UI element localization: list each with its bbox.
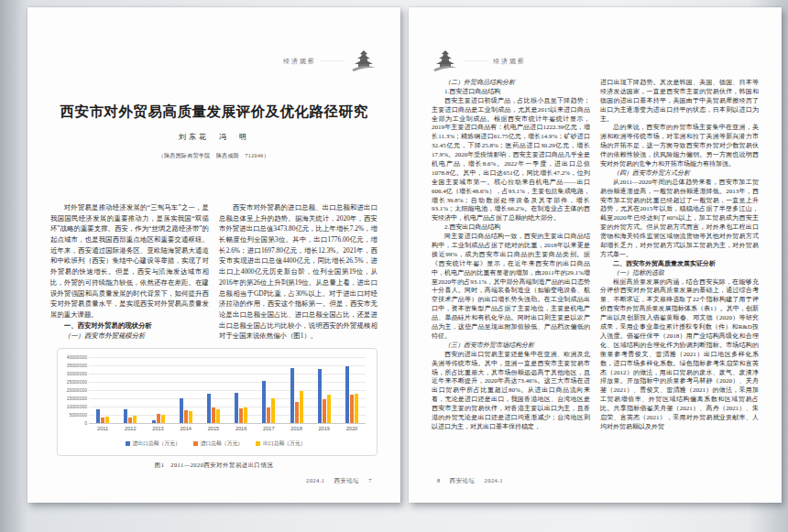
- bar: [101, 418, 104, 424]
- bar: [133, 416, 137, 423]
- bar: [216, 409, 220, 423]
- x-axis-tick-label: 2013: [144, 426, 171, 431]
- legend-item: 出口总额（万元）: [256, 440, 305, 448]
- x-axis-tick-label: 2015: [200, 426, 227, 431]
- bar-group-2019: [311, 357, 338, 423]
- bar-group-2020: [338, 357, 366, 423]
- section-heading: 二、西安市外贸高质量发展实证分析: [600, 260, 759, 269]
- subsection-heading: （一）西安市外贸规模分析: [50, 331, 209, 342]
- page-header: 经济观察 ·········: [283, 49, 378, 73]
- paragraph: 西安市对外贸易的进口总额、出口总额和进出口总额总体呈上升的趋势。据海关统计，20…: [219, 202, 378, 342]
- y-axis-tick-label: 0: [84, 420, 87, 426]
- bar: [105, 417, 109, 423]
- figure-caption: 图1 2011—2020西安对外贸易进出口情况: [50, 461, 378, 470]
- bar: [184, 410, 188, 423]
- bar: [267, 407, 270, 424]
- paragraph: 进口出现下降趋势。其次是韩国、美国、德国、日本等经济发达国家，一直是西安市主要的…: [600, 79, 759, 124]
- footer-page-number: 8: [437, 477, 441, 483]
- bar-group-2017: [255, 357, 282, 423]
- legend-label: 出口总额（万元）: [263, 440, 305, 448]
- y-axis-tick-label: 25000000: [67, 379, 87, 385]
- footer-page-number: 7: [368, 477, 372, 483]
- y-axis-tick-label: 35000000: [67, 363, 87, 368]
- right-page-column-2: 进口出现下降趋势。其次是韩国、美国、德国、日本等经济发达国家，一直是西安市主要的…: [600, 79, 759, 472]
- bar-group-2011: [89, 357, 116, 423]
- y-axis-tick-label: 30000000: [67, 371, 87, 376]
- bar: [207, 394, 211, 423]
- footer-issue: 2024.1: [484, 477, 503, 483]
- chart-x-axis: 2011201220132014201520162017201820192020: [89, 426, 366, 431]
- journal-logo-icon: [350, 49, 378, 73]
- left-page-column-1: 对外贸易是推动经济发展的“三驾马车”之一，是我国国民经济发展的重要推动力，是落实…: [50, 202, 209, 349]
- subsection-heading: （二）外贸商品结构分析: [432, 79, 590, 88]
- paper-page-right: ········· 经济观察 （二）外贸商品结构分析 1.西安进口商品结构 西安…: [409, 7, 782, 503]
- bar: [355, 394, 358, 423]
- bar-group-2014: [172, 357, 200, 423]
- bar: [262, 381, 266, 423]
- bar: [124, 409, 127, 423]
- subsection-heading: （一）指标的选取: [600, 269, 759, 278]
- x-axis-tick-label: 2014: [172, 426, 200, 431]
- legend-swatch: [256, 441, 260, 446]
- x-axis-tick-label: 2018: [282, 426, 310, 431]
- bar: [157, 414, 160, 423]
- y-axis-tick-label: 5000000: [70, 412, 87, 418]
- bar: [235, 393, 238, 423]
- bar: [212, 407, 215, 423]
- chart-legend: 进出口总额（万元）进口总额（万元）出口总额（万元）: [61, 440, 369, 448]
- chart-gridline: 0: [89, 423, 366, 424]
- bar: [152, 420, 156, 423]
- section-heading: 一、西安对外贸易的现状分析: [50, 320, 209, 331]
- paper-affiliation: （陕西国际商贸学院 陕西咸阳 712046）: [50, 152, 378, 160]
- figure-1-box: 4000000035000000300000002500000020000000…: [57, 348, 378, 456]
- section-label: 经济观察: [283, 57, 316, 66]
- legend-label: 进出口总额（万元）: [133, 440, 181, 448]
- y-axis-tick-label: 10000000: [67, 404, 87, 409]
- paragraph: 从2011—2020年间的总体趋势来看，西安市加工贸易份额逐渐提高，一般贸易份额…: [600, 179, 759, 260]
- bar: [244, 407, 247, 423]
- section-label: 经济观察: [493, 57, 526, 66]
- paper-title: 西安市对外贸易高质量发展评价及优化路径研究: [50, 103, 378, 122]
- paragraph: 西安的进出口贸易主要还是集中在亚洲、欧洲及北美洲等传统市场。其中，亚洲一直是西安…: [432, 351, 590, 432]
- bar-group-2016: [227, 357, 255, 423]
- x-axis-tick-label: 2017: [255, 426, 282, 431]
- bar: [128, 418, 132, 423]
- paragraph: 根据高质量发展的内涵，结合西安实际，在能够充分评价西安对外贸易高质量发展的基础上…: [600, 278, 759, 432]
- bar: [189, 411, 192, 423]
- bar: [180, 398, 183, 423]
- subsection-heading: （四）西安市外贸方式分析: [600, 169, 759, 179]
- journal-logo-icon: [432, 49, 459, 73]
- paper-page-left: 经济观察 ········· 西安市对外贸易高质量发展评价及优化路径研究 刘东花…: [27, 7, 400, 503]
- subsection-heading: （三）西安市外贸市场结构分析: [432, 342, 590, 351]
- chart-bar-groups: [89, 357, 366, 423]
- x-axis-tick-label: 2012: [116, 426, 144, 431]
- y-axis-tick-label: 20000000: [67, 387, 87, 393]
- bar: [300, 391, 303, 423]
- bar-chart: 4000000035000000300000002500000020000000…: [61, 355, 369, 452]
- page-header: ········· 经济观察: [432, 49, 526, 73]
- chart-plot: 4000000035000000300000002500000020000000…: [89, 357, 366, 423]
- right-page-body: （二）外贸商品结构分析 1.西安进口商品结构 西安主要进口初级产品，占比很小且呈…: [432, 79, 759, 472]
- left-page-body: 对外贸易是推动经济发展的“三驾马车”之一，是我国国民经济发展的重要推动力，是落实…: [50, 202, 378, 349]
- legend-item: 进出口总额（万元）: [126, 440, 181, 448]
- footer-issue: 2024.1: [306, 477, 325, 483]
- footer-journal-name: 西安论坛: [450, 477, 476, 483]
- footer-journal-name: 西安论坛: [334, 477, 360, 483]
- numbered-heading: 2.西安出口商品结构: [432, 223, 590, 233]
- bar: [271, 398, 275, 424]
- paragraph: 对外贸易是推动经济发展的“三驾马车”之一，是我国国民经济发展的重要推动力，是落实…: [50, 202, 209, 320]
- right-page-footer: 8 西安论坛 2024.1: [433, 477, 507, 485]
- bar: [96, 409, 100, 423]
- x-axis-tick-label: 2016: [227, 426, 255, 431]
- bar-group-2015: [200, 357, 227, 423]
- paragraph: 总的来说，西安市的外贸市场主要集中在亚洲，美洲和欧洲等传统市场，对非洲和拉丁美洲…: [600, 124, 759, 168]
- bar: [345, 366, 349, 424]
- paragraph: 同主要进口商品结构一致，西安的主要出口商品结构中，工业制成品占据了绝对的比重，2…: [432, 233, 590, 342]
- paragraph: 西安主要进口初级产品，占比很小且呈下降趋势；主要进口商品是工业制成品，尤其是20…: [432, 97, 590, 223]
- bar-group-2013: [144, 357, 171, 423]
- bar: [239, 408, 243, 423]
- bar: [161, 415, 165, 423]
- bar: [323, 399, 326, 423]
- legend-item: 进口总额（万元）: [193, 440, 243, 448]
- bar: [327, 395, 331, 423]
